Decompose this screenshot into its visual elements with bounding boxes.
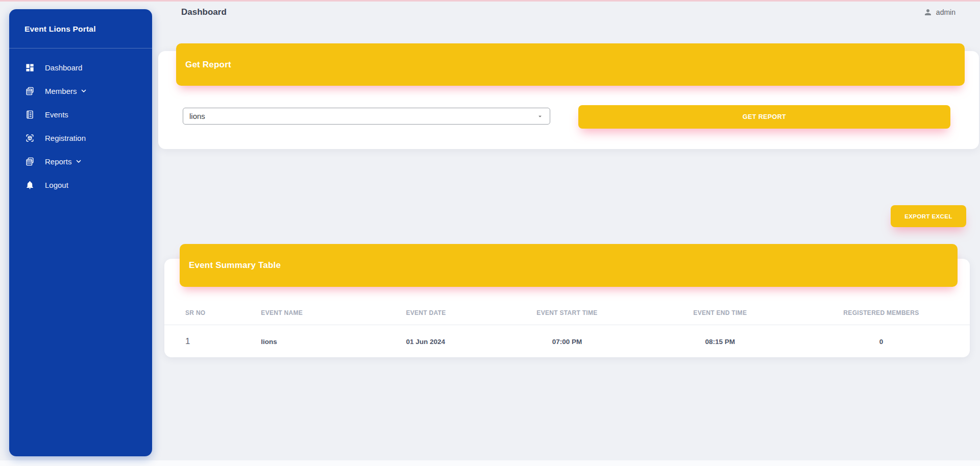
registration-icon — [24, 133, 35, 143]
sidebar-item-logout[interactable]: Logout — [9, 173, 152, 197]
sidebar-item-label: Dashboard — [45, 63, 82, 72]
event-summary-header: Event Summary Table — [180, 244, 958, 287]
sidebar-item-label: Registration — [45, 134, 86, 142]
person-icon — [923, 8, 933, 17]
top-accent-line — [0, 0, 980, 2]
sidebar-item-events[interactable]: Events — [9, 103, 152, 126]
sidebar-item-dashboard[interactable]: Dashboard — [9, 56, 152, 79]
cell-event-name: lions — [261, 325, 406, 356]
sidebar-item-reports[interactable]: Reports — [9, 150, 152, 173]
reports-icon — [24, 156, 35, 166]
event-select-value: lions — [189, 112, 205, 120]
sidebar-item-label: Logout — [45, 181, 68, 189]
cell-event-date: 01 Jun 2024 — [406, 325, 486, 356]
dashboard-icon — [24, 62, 35, 72]
column-header-event-end-time: EVENT END TIME — [648, 302, 793, 325]
bottom-scroll-strip — [0, 460, 980, 466]
events-icon — [24, 109, 35, 119]
bell-icon — [24, 180, 35, 190]
cell-event-end-time: 08:15 PM — [648, 325, 793, 356]
table-header-row: SR NO EVENT NAME EVENT DATE EVENT START … — [164, 302, 970, 325]
sidebar-item-label: Members — [45, 87, 77, 95]
cell-registered-members: 0 — [793, 325, 970, 356]
column-header-sr-no: SR NO — [164, 302, 261, 325]
get-report-header-label: Get Report — [185, 60, 231, 70]
cell-sr-no: 1 — [164, 325, 261, 356]
sidebar-nav: Dashboard Members — [9, 48, 152, 197]
column-header-event-name: EVENT NAME — [261, 302, 406, 325]
username-label: admin — [936, 8, 955, 16]
app-title: Event Lions Portal — [9, 9, 152, 48]
column-header-registered-members: REGISTERED MEMBERS — [793, 302, 970, 325]
get-report-button[interactable]: GET REPORT — [578, 105, 950, 129]
sidebar-item-registration[interactable]: Registration — [9, 126, 152, 150]
get-report-header: Get Report — [176, 43, 965, 86]
select-caret-icon — [536, 113, 544, 120]
event-summary-header-label: Event Summary Table — [189, 260, 281, 271]
column-header-event-start-time: EVENT START TIME — [486, 302, 648, 325]
chevron-down-icon — [76, 158, 82, 164]
table-row[interactable]: 1 lions 01 Jun 2024 07:00 PM 08:15 PM 0 — [164, 325, 970, 356]
cell-event-start-time: 07:00 PM — [486, 325, 648, 356]
chevron-down-icon — [81, 88, 87, 94]
page-title: Dashboard — [181, 7, 227, 17]
export-excel-button[interactable]: EXPORT EXCEL — [891, 205, 966, 227]
sidebar-item-members[interactable]: Members — [9, 79, 152, 103]
sidebar-item-label: Events — [45, 110, 68, 119]
user-menu[interactable]: admin — [923, 8, 955, 17]
event-select[interactable]: lions — [183, 108, 550, 125]
members-icon — [24, 86, 35, 96]
column-header-event-date: EVENT DATE — [406, 302, 486, 325]
event-summary-table: SR NO EVENT NAME EVENT DATE EVENT START … — [164, 302, 970, 356]
sidebar: Event Lions Portal Dashboard — [9, 9, 152, 456]
sidebar-item-label: Reports — [45, 157, 72, 166]
